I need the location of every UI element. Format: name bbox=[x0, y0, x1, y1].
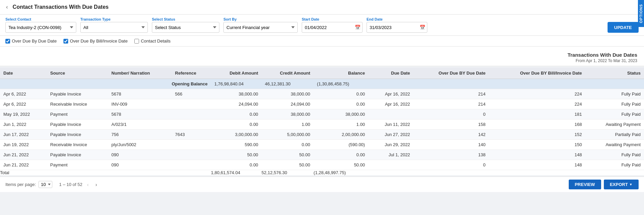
cell-date: Apr 6, 2022 bbox=[0, 99, 47, 109]
cell-overdue-due: 0 bbox=[413, 160, 489, 170]
cell-number: 090 bbox=[108, 150, 171, 160]
cell-debit: 3,00,000.00 bbox=[211, 130, 262, 140]
table-row: Jun 21, 2022 Payment 090 0.00 50.00 50.0… bbox=[0, 160, 644, 170]
cell-debit: 0.00 bbox=[211, 109, 262, 119]
cell-overdue-bill: 148 bbox=[489, 150, 585, 160]
filter-row: Select Contact Tea Industry-2 (CON-0098)… bbox=[0, 15, 644, 36]
pagination-next-button[interactable]: › bbox=[93, 181, 99, 188]
cell-overdue-due: 0 bbox=[413, 109, 489, 119]
select-status-group: Select Status Select Status bbox=[152, 17, 219, 33]
update-button[interactable]: UPDATE bbox=[608, 22, 639, 33]
start-date-input[interactable] bbox=[302, 22, 363, 33]
contact-details-checkbox[interactable] bbox=[134, 39, 139, 44]
cell-date: Jun 21, 2022 bbox=[0, 160, 47, 170]
cell-credit: 24,094.00 bbox=[262, 99, 314, 109]
export-label: EXPORT bbox=[610, 182, 628, 187]
cell-number: 756 bbox=[108, 130, 171, 140]
cell-status: Partially Paid bbox=[585, 130, 644, 140]
cell-credit: 38,000.00 bbox=[262, 109, 314, 119]
cell-overdue-due: 214 bbox=[413, 89, 489, 99]
col-due-date: Due Date bbox=[368, 68, 413, 79]
opening-credit: 46,12,381.30 bbox=[262, 79, 314, 89]
col-debit: Debit Amount bbox=[211, 68, 262, 79]
report-header-section: Transactions With Due Dates From Apr 1, … bbox=[0, 47, 644, 66]
cell-due-date: Jul 1, 2022 bbox=[368, 150, 413, 160]
end-date-group: End Date 📅 bbox=[367, 17, 427, 33]
select-contact-dropdown[interactable]: Tea Industry-2 (CON-0098) bbox=[5, 22, 76, 33]
cell-status: Awaiting Payment bbox=[585, 119, 644, 130]
transaction-type-dropdown[interactable]: All bbox=[80, 22, 148, 33]
cell-source: Payable Invoice bbox=[47, 150, 108, 160]
cell-overdue-bill: 148 bbox=[489, 160, 585, 170]
cell-balance: 50.00 bbox=[314, 160, 368, 170]
end-date-input[interactable] bbox=[367, 22, 427, 33]
cell-credit: 0.00 bbox=[262, 140, 314, 150]
cell-due-date: Jun 11, 2022 bbox=[368, 119, 413, 130]
cell-reference: 566 bbox=[172, 89, 211, 99]
start-date-wrapper: 📅 bbox=[302, 22, 363, 33]
overdue-due-date-checkbox-item[interactable]: Over Due By Due Date bbox=[5, 38, 57, 44]
start-date-group: Start Date 📅 bbox=[302, 17, 363, 33]
preview-button[interactable]: PREVIEW bbox=[569, 180, 601, 189]
cell-due-date: Jun 29, 2022 bbox=[368, 140, 413, 150]
cell-source: Payable Invoice bbox=[47, 119, 108, 130]
opening-balance-row: Opening Balance 1,76,98,840.04 46,12,381… bbox=[0, 79, 644, 89]
cell-overdue-bill: 168 bbox=[489, 119, 585, 130]
page-wrapper: OPTIONS ‹ Contact Transactions With Due … bbox=[0, 0, 644, 215]
cell-overdue-due: 140 bbox=[413, 140, 489, 150]
cell-overdue-due: 158 bbox=[413, 119, 489, 130]
export-button[interactable]: EXPORT ▼ bbox=[604, 180, 639, 189]
cell-due-date bbox=[368, 109, 413, 119]
items-per-page-label: Items per page: bbox=[5, 182, 36, 187]
cell-debit: 0.00 bbox=[211, 119, 262, 130]
cell-status: Fully Paid bbox=[585, 89, 644, 99]
items-per-page-select[interactable]: 10 25 50 bbox=[38, 181, 52, 188]
sort-by-dropdown[interactable]: Current Financial year bbox=[223, 22, 298, 33]
cell-number: 090 bbox=[108, 160, 171, 170]
contact-details-checkbox-item[interactable]: Contact Details bbox=[134, 38, 170, 44]
back-button[interactable]: ‹ bbox=[4, 3, 10, 11]
col-status: Status bbox=[585, 68, 644, 79]
options-tab[interactable]: OPTIONS bbox=[638, 0, 644, 27]
cell-balance: 1.00 bbox=[314, 119, 368, 130]
opening-balance: (1,30,86,458.75) bbox=[314, 79, 368, 89]
cell-date: Jun 1, 2022 bbox=[0, 119, 47, 130]
cell-source: Receivable Invoice bbox=[47, 99, 108, 109]
cell-overdue-due: 142 bbox=[413, 130, 489, 140]
opening-balance-label: Opening Balance bbox=[0, 79, 211, 89]
total-label: Total bbox=[0, 170, 211, 176]
col-source: Source bbox=[47, 68, 108, 79]
cell-date: Jun 19, 2022 bbox=[0, 140, 47, 150]
table-row: Jun 1, 2022 Payable Invoice A/023/1 0.00… bbox=[0, 119, 644, 130]
cell-status: Fully Paid bbox=[585, 109, 644, 119]
cell-source: Payable Invoice bbox=[47, 130, 108, 140]
cell-overdue-due: 214 bbox=[413, 99, 489, 109]
cell-overdue-bill: 224 bbox=[489, 99, 585, 109]
overdue-bill-invoice-checkbox[interactable] bbox=[63, 39, 68, 44]
cell-debit: 24,094.00 bbox=[211, 99, 262, 109]
table-row: Apr 6, 2022 Payable Invoice 5678 566 38,… bbox=[0, 89, 644, 99]
pagination-prev-button[interactable]: ‹ bbox=[85, 181, 91, 188]
overdue-due-date-label: Over Due By Due Date bbox=[12, 38, 57, 44]
footer-right: PREVIEW EXPORT ▼ bbox=[569, 180, 639, 189]
table-row: Jun 21, 2022 Payable Invoice 090 50.00 5… bbox=[0, 150, 644, 160]
cell-number: ply/Jun/5002 bbox=[108, 140, 171, 150]
cell-debit: 0.00 bbox=[211, 160, 262, 170]
cell-number: A/023/1 bbox=[108, 119, 171, 130]
total-debit: 1,80,61,574.04 bbox=[211, 170, 262, 176]
cell-credit: 50.00 bbox=[262, 160, 314, 170]
options-label: OPTIONS bbox=[639, 4, 643, 23]
report-subtitle: From Apr 1, 2022 To Mar 31, 2023 bbox=[7, 58, 637, 63]
cell-number: INV-009 bbox=[108, 99, 171, 109]
header-bar: ‹ Contact Transactions With Due Dates bbox=[0, 0, 644, 15]
overdue-due-date-checkbox[interactable] bbox=[5, 39, 10, 44]
overdue-bill-invoice-checkbox-item[interactable]: Over Due By Bill/Invoice Date bbox=[63, 38, 128, 44]
cell-overdue-bill: 181 bbox=[489, 109, 585, 119]
cell-reference bbox=[172, 99, 211, 109]
select-status-label: Select Status bbox=[152, 17, 219, 21]
select-status-dropdown[interactable]: Select Status bbox=[152, 22, 219, 33]
cell-status: Fully Paid bbox=[585, 150, 644, 160]
col-reference: Reference bbox=[172, 68, 211, 79]
table-row: Jun 19, 2022 Receivable Invoice ply/Jun/… bbox=[0, 140, 644, 150]
col-overdue-bill: Over Due BY Bill/Invoice Date bbox=[489, 68, 585, 79]
